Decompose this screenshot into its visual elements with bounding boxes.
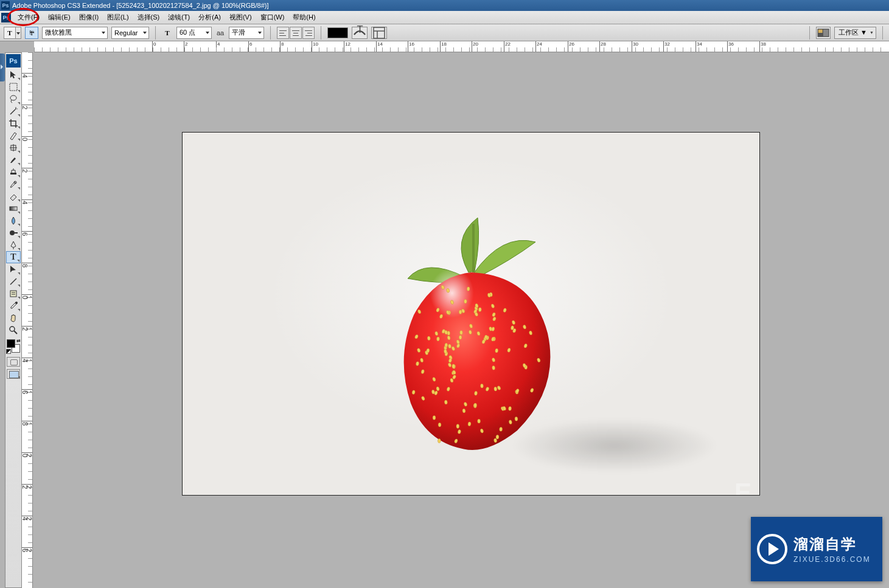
svg-point-55 [438,439,441,443]
foreground-color-swatch[interactable] [7,339,15,348]
notes-tool[interactable] [6,288,21,300]
svg-point-27 [15,302,18,304]
menu-filter[interactable]: 滤镜(T) [164,12,194,23]
svg-point-121 [459,310,462,314]
svg-point-102 [467,287,470,291]
svg-point-28 [10,327,15,331]
align-left-button[interactable] [277,27,289,39]
svg-point-116 [459,330,462,334]
font-style-select[interactable]: Regular [111,27,149,39]
svg-line-9 [10,109,15,114]
menu-layer[interactable]: 图层(L) [103,12,133,23]
text-orientation-toggle[interactable]: T T [25,27,38,39]
svg-point-39 [464,299,467,303]
divider [155,26,156,40]
divider [270,26,271,40]
svg-point-48 [478,308,481,312]
brush-tool[interactable] [6,154,21,166]
svg-point-120 [500,427,503,431]
svg-point-95 [436,337,439,341]
main-area: Ps T ⇄ [0,52,889,588]
workspace-select[interactable]: 工作区 ▼ [834,27,876,39]
screen-mode-button[interactable] [7,369,20,379]
menu-analysis[interactable]: 分析(A) [194,12,225,23]
type-tool[interactable]: T [6,251,21,263]
font-style-value: Regular [114,29,138,36]
lasso-tool[interactable] [6,93,21,105]
default-colors-icon[interactable] [6,349,11,354]
warp-text-button[interactable]: T [352,27,368,39]
watermark-url: ZIXUE.3D66.COM [793,555,871,564]
align-right-button[interactable] [302,27,315,39]
tool-preset-picker[interactable]: T [4,27,16,39]
vertical-ruler[interactable]: 4202468101214161820222426 [22,52,33,588]
divider [882,26,883,40]
tool-preset-dropdown[interactable] [16,27,21,39]
slice-tool[interactable] [6,130,21,142]
svg-point-117 [445,343,448,347]
swap-colors-icon[interactable]: ⇄ [16,338,21,344]
options-bar: T T T 微软雅黑 Regular T 60 点 aa 平滑 T 工作区 ▼ [0,24,889,41]
svg-point-85 [478,419,481,423]
path-selection-tool[interactable] [6,263,21,275]
document-canvas[interactable]: E ji [182,132,760,496]
eraser-tool[interactable] [6,190,21,202]
play-icon [757,534,787,564]
warp-icon: T [352,26,367,40]
menu-view[interactable]: 视图(V) [225,12,256,23]
hand-tool[interactable] [6,312,21,324]
svg-rect-7 [10,83,17,91]
svg-point-140 [484,335,487,339]
menu-bar: Ps 文件(F) 编辑(E) 图像(I) 图层(L) 选择(S) 滤镜(T) 分… [0,11,889,24]
text-color-swatch[interactable] [327,27,348,38]
horizontal-ruler[interactable]: 02468101214161820222426283032343638 [34,41,889,52]
move-tool[interactable] [6,69,21,81]
font-size-value: 60 点 [180,28,195,37]
svg-point-36 [456,424,459,429]
svg-point-112 [496,435,499,439]
menu-image[interactable]: 图像(I) [75,12,103,23]
svg-point-118 [459,335,462,339]
app-icon: Ps [1,1,10,10]
text-align-group [277,27,315,39]
menu-edit[interactable]: 编辑(E) [44,12,75,23]
menu-select[interactable]: 选择(S) [133,12,164,23]
canvas-area[interactable]: E ji 溜溜自学 ZIXUE.3D66.COM [33,52,889,588]
workspace-label: 工作区 ▼ [838,28,867,37]
quick-mask-toggle[interactable] [7,357,20,367]
menu-file[interactable]: 文件(F) [13,12,44,23]
window-titlebar: Ps Adobe Photoshop CS3 Extended - [52524… [0,0,889,11]
svg-text:T: T [357,26,363,35]
color-picker-fgbg[interactable]: ⇄ [6,339,21,353]
eyedropper-tool[interactable] [6,300,21,312]
antialias-select[interactable]: 平滑 [229,27,264,39]
font-family-select[interactable]: 微软雅黑 [42,27,108,39]
character-panel-button[interactable] [371,27,387,39]
svg-point-142 [427,336,430,341]
svg-rect-16 [10,173,16,175]
line-tool[interactable] [6,275,21,288]
svg-rect-5 [818,29,823,33]
bridge-icon [817,26,830,40]
magic-wand-tool[interactable] [6,105,21,117]
dodge-tool[interactable] [6,227,21,239]
font-family-value: 微软雅黑 [45,28,72,37]
zoom-tool[interactable] [6,324,21,336]
clone-stamp-tool[interactable] [6,166,21,178]
menu-help[interactable]: 帮助(H) [288,12,319,23]
gradient-tool[interactable] [6,202,21,215]
palette-collapse-tab[interactable] [0,54,5,81]
menu-window[interactable]: 窗口(W) [256,12,289,23]
strawberry-image [377,206,566,455]
blur-tool[interactable] [6,215,21,227]
history-brush-tool[interactable] [6,178,21,190]
healing-brush-tool[interactable] [6,142,21,154]
crop-tool[interactable] [6,117,21,130]
go-to-bridge-button[interactable] [816,27,831,39]
align-center-button[interactable] [290,27,302,39]
pen-tool[interactable] [6,239,21,251]
svg-rect-24 [10,291,16,297]
marquee-tool[interactable] [6,81,21,93]
font-size-select[interactable]: 60 点 [176,27,212,39]
divider [321,26,321,40]
